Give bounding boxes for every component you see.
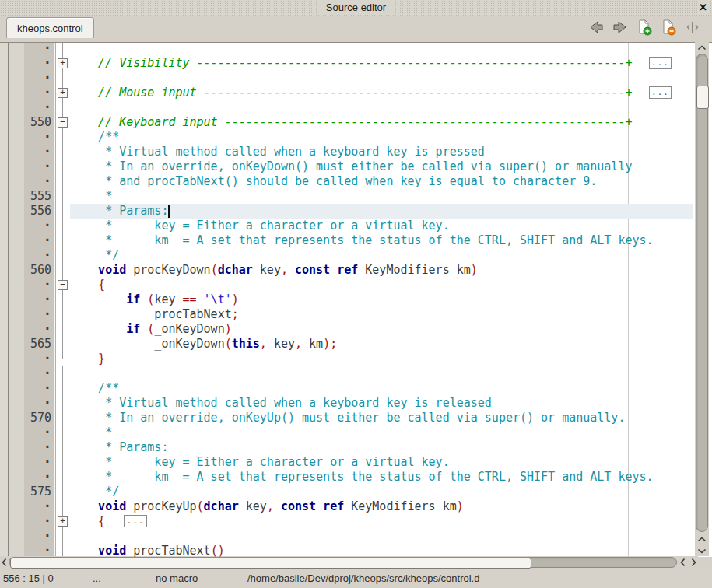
fold-cell bbox=[55, 233, 70, 248]
fold-cell bbox=[55, 130, 70, 145]
code-line[interactable]: 556 * Params: bbox=[0, 204, 695, 219]
code-text: * bbox=[70, 425, 112, 440]
fold-collapse-icon[interactable]: − bbox=[58, 280, 68, 290]
code-editor[interactable]: ··+ // Visibility ----------------------… bbox=[0, 42, 712, 557]
source-editor-window: Source editor ✕ kheops.control bbox=[0, 0, 712, 588]
fold-cell[interactable]: + bbox=[55, 56, 70, 71]
folded-block-ellipsis[interactable]: ... bbox=[649, 57, 672, 69]
code-line[interactable]: · void procTabNext() bbox=[0, 544, 695, 557]
fold-cell bbox=[55, 411, 70, 425]
code-line[interactable]: · * km = A set that represents the statu… bbox=[0, 470, 695, 485]
fold-expand-icon[interactable]: + bbox=[58, 88, 68, 98]
vertical-scrollbar[interactable] bbox=[695, 42, 709, 556]
code-text: * Virtual method called when a keyboard … bbox=[70, 396, 492, 411]
nav-forward-icon[interactable] bbox=[612, 19, 629, 36]
fold-expand-icon[interactable]: + bbox=[58, 516, 68, 527]
vertical-scrollbar-trough[interactable] bbox=[696, 54, 708, 532]
code-line[interactable]: 555 * bbox=[0, 189, 695, 204]
horizontal-scrollbar-thumb[interactable] bbox=[10, 558, 531, 569]
fold-cell[interactable]: + bbox=[55, 86, 70, 100]
fold-cell bbox=[55, 219, 70, 233]
code-line[interactable]: · * key = Either a character or a virtua… bbox=[0, 219, 695, 233]
code-line[interactable]: ·+ // Visibility -----------------------… bbox=[0, 56, 695, 71]
code-line[interactable]: · if (key == '\t') bbox=[0, 292, 695, 307]
folded-block-ellipsis[interactable]: ... bbox=[649, 86, 672, 99]
fold-cell bbox=[55, 204, 70, 219]
code-line[interactable]: · } bbox=[0, 352, 695, 366]
code-line[interactable]: ·+ // Mouse input ----------------------… bbox=[0, 86, 695, 100]
tab-kheops-control[interactable]: kheops.control bbox=[6, 17, 94, 38]
gutter-dot: · bbox=[8, 86, 51, 100]
code-line[interactable]: · bbox=[0, 71, 695, 86]
vertical-scrollbar-thumb[interactable] bbox=[696, 86, 709, 109]
tab-bar: kheops.control bbox=[0, 16, 712, 42]
code-line[interactable]: 565 _onKeyDown(this, key, km); bbox=[0, 337, 695, 352]
code-line[interactable]: 550− // Keyboard input -----------------… bbox=[0, 115, 695, 130]
split-view-icon[interactable] bbox=[684, 19, 701, 36]
scroll-up-secondary-icon[interactable] bbox=[695, 534, 709, 544]
code-line[interactable]: · * bbox=[0, 425, 695, 440]
fold-cell[interactable]: + bbox=[55, 514, 70, 529]
code-line[interactable]: · * km = A set that represents the statu… bbox=[0, 233, 695, 248]
scroll-right-icon[interactable] bbox=[689, 556, 698, 569]
code-text: /** bbox=[70, 130, 119, 145]
code-line[interactable]: · if (_onKeyDown) bbox=[0, 322, 695, 337]
gutter-dot: · bbox=[8, 130, 51, 145]
code-line[interactable]: 575 */ bbox=[0, 485, 695, 499]
close-icon[interactable]: ✕ bbox=[697, 1, 709, 14]
fold-cell bbox=[55, 307, 70, 322]
gutter-dot: · bbox=[8, 366, 51, 381]
gutter-dot: · bbox=[8, 307, 51, 322]
code-line[interactable]: · * key = Either a character or a virtua… bbox=[0, 455, 695, 470]
gutter-dot: · bbox=[8, 233, 51, 248]
fold-cell bbox=[55, 381, 70, 396]
code-text: /** bbox=[70, 381, 119, 396]
code-line[interactable]: · bbox=[0, 42, 695, 56]
gutter-dot: · bbox=[8, 544, 51, 557]
document-remove-icon[interactable] bbox=[660, 19, 677, 36]
fold-cell[interactable]: − bbox=[55, 115, 70, 130]
horizontal-scrollbar[interactable] bbox=[0, 556, 698, 569]
fold-collapse-icon[interactable]: − bbox=[58, 117, 68, 128]
code-line[interactable]: · */ bbox=[0, 248, 695, 263]
tab-label: kheops.control bbox=[17, 23, 83, 34]
code-line[interactable]: · * Virtual method called when a keyboar… bbox=[0, 145, 695, 159]
code-line[interactable]: · bbox=[0, 366, 695, 381]
code-line[interactable]: · * and procTabNext() should be called w… bbox=[0, 174, 695, 189]
code-line[interactable]: 560 void procKeyDown(dchar key, const re… bbox=[0, 263, 695, 278]
fold-cell bbox=[55, 189, 70, 204]
folded-block-ellipsis[interactable]: ... bbox=[124, 515, 147, 527]
scroll-up-icon[interactable] bbox=[695, 42, 709, 53]
code-text: void procKeyDown(dchar key, const ref Ke… bbox=[70, 263, 478, 278]
nav-back-icon[interactable] bbox=[587, 19, 605, 36]
fold-cell bbox=[55, 455, 70, 470]
macro-state: no macro bbox=[156, 572, 198, 584]
scroll-down-icon[interactable] bbox=[695, 545, 709, 556]
code-line[interactable]: · * In an override, onKeyDown() must eit… bbox=[0, 159, 695, 174]
fold-cell bbox=[55, 337, 70, 352]
code-line[interactable]: · * Params: bbox=[0, 440, 695, 455]
code-line[interactable]: 570 * In an override, onKeyUp() must eit… bbox=[0, 411, 695, 425]
gutter-dot: · bbox=[8, 425, 51, 440]
fold-expand-icon[interactable]: + bbox=[58, 58, 68, 68]
document-add-icon[interactable] bbox=[636, 19, 653, 36]
scroll-left-icon[interactable] bbox=[0, 556, 8, 569]
fold-cell bbox=[55, 248, 70, 263]
code-line[interactable]: · /** bbox=[0, 381, 695, 396]
code-line[interactable]: · bbox=[0, 100, 695, 115]
line-number: 565 bbox=[8, 337, 51, 352]
code-line[interactable]: · void procKeyUp(dchar key, const ref Ke… bbox=[0, 499, 695, 514]
code-line[interactable]: · bbox=[0, 529, 695, 544]
code-line[interactable]: · procTabNext; bbox=[0, 307, 695, 322]
fold-cell bbox=[55, 263, 70, 278]
code-line[interactable]: · /** bbox=[0, 130, 695, 145]
code-text: * Params: bbox=[70, 204, 168, 219]
code-line[interactable]: ·+ {... bbox=[0, 514, 695, 529]
titlebar[interactable]: Source editor ✕ bbox=[0, 0, 712, 16]
scroll-left-secondary-icon[interactable] bbox=[678, 556, 687, 569]
fold-cell[interactable]: − bbox=[55, 278, 70, 292]
code-text: * key = Either a character or a virtual … bbox=[70, 455, 450, 470]
code-text: * In an override, onKeyUp() must either … bbox=[70, 411, 625, 425]
code-line[interactable]: ·− { bbox=[0, 278, 695, 292]
code-line[interactable]: · * Virtual method called when a keyboar… bbox=[0, 396, 695, 411]
